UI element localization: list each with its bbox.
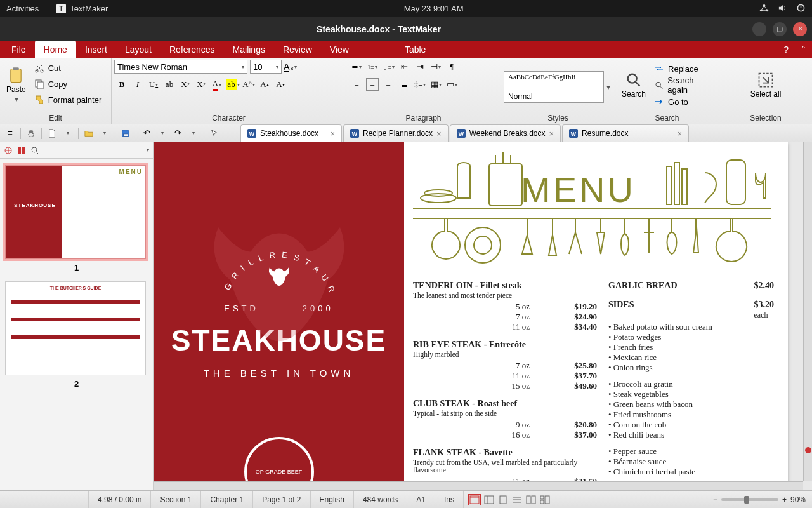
qat-new[interactable] bbox=[46, 127, 58, 140]
grow-font-button[interactable]: A▴ bbox=[259, 79, 270, 90]
zoom-slider[interactable] bbox=[721, 498, 778, 501]
tab-review[interactable]: Review bbox=[274, 41, 321, 58]
number-list-button[interactable]: 1≡▾ bbox=[367, 61, 378, 72]
sp-mode-a[interactable] bbox=[4, 146, 13, 155]
zoom-level[interactable]: 90% bbox=[790, 495, 806, 504]
zoom-in-button[interactable]: + bbox=[782, 495, 787, 504]
qat-cursor-mode[interactable] bbox=[208, 127, 221, 140]
status-language[interactable]: English bbox=[311, 491, 354, 508]
tab-layout[interactable]: Layout bbox=[116, 41, 160, 58]
qat-undo[interactable]: ↶ bbox=[140, 127, 153, 140]
status-section[interactable]: Section 1 bbox=[151, 491, 201, 508]
bullet-list-button[interactable]: ≣▾ bbox=[351, 61, 362, 72]
tab-view[interactable]: View bbox=[321, 41, 358, 58]
font-color-button[interactable]: A▾ bbox=[211, 79, 223, 90]
sound-icon[interactable] bbox=[778, 3, 787, 15]
status-insert-mode[interactable]: Ins bbox=[435, 491, 464, 508]
close-tab-icon[interactable]: × bbox=[330, 129, 335, 138]
tab-home[interactable]: Home bbox=[35, 41, 76, 58]
align-right-button[interactable]: ≡ bbox=[383, 79, 394, 90]
align-left-button[interactable]: ≡ bbox=[351, 79, 362, 90]
qat-redo[interactable]: ↷ bbox=[171, 127, 184, 140]
font-family-select[interactable]: Times New Roman▾ bbox=[114, 60, 247, 74]
show-marks-button[interactable]: ¶ bbox=[446, 61, 457, 72]
tabs-button[interactable]: ⊣▾ bbox=[430, 61, 442, 72]
view-master-button[interactable] bbox=[484, 495, 494, 504]
close-tab-icon[interactable]: × bbox=[436, 129, 442, 138]
qat-undo-dropdown[interactable]: ▾ bbox=[156, 127, 169, 140]
decrease-indent-button[interactable]: ⇤ bbox=[398, 61, 410, 72]
power-icon[interactable] bbox=[796, 3, 806, 15]
line-spacing-button[interactable]: ‡≡▾ bbox=[414, 79, 426, 90]
view-outline-button[interactable] bbox=[512, 495, 522, 504]
shrink-font-button[interactable]: A▾ bbox=[275, 79, 286, 90]
tab-references[interactable]: References bbox=[160, 41, 224, 58]
network-icon[interactable] bbox=[759, 3, 769, 15]
close-tab-icon[interactable]: × bbox=[678, 129, 683, 138]
sp-search[interactable] bbox=[30, 146, 39, 155]
status-position[interactable]: 4.98 / 0.00 in bbox=[89, 491, 151, 508]
doctab-steakhouse[interactable]: W Steakhouse.docx× bbox=[240, 124, 342, 142]
copy-button[interactable]: Copy bbox=[32, 77, 105, 91]
align-center-button[interactable]: ≡ bbox=[367, 79, 378, 90]
qat-sidebar-toggle[interactable]: ≡ bbox=[4, 127, 16, 140]
thumbnail-page-1[interactable]: MENU STEAKHOUSE bbox=[5, 165, 146, 259]
font-size-select[interactable]: 10▾ bbox=[250, 60, 282, 74]
sp-mode-b[interactable] bbox=[16, 145, 27, 156]
close-button[interactable]: ✕ bbox=[793, 22, 807, 36]
style-gallery[interactable]: AaBbCcDdEeFfGgHhIi Normal bbox=[504, 71, 604, 103]
align-justify-button[interactable]: ≣ bbox=[398, 79, 410, 90]
change-case-button[interactable]: Aᵃ▾ bbox=[243, 79, 254, 90]
borders-button[interactable]: ▭▾ bbox=[446, 79, 457, 90]
qat-open[interactable] bbox=[82, 127, 95, 140]
view-thumbnails-button[interactable] bbox=[540, 495, 550, 504]
status-page[interactable]: Page 1 of 2 bbox=[253, 491, 310, 508]
collapse-ribbon-button[interactable]: ˄ bbox=[795, 41, 812, 58]
doctab-resume[interactable]: W Resume.docx× bbox=[562, 124, 689, 142]
qat-save[interactable] bbox=[119, 127, 132, 140]
shading-button[interactable]: ▦▾ bbox=[430, 79, 442, 90]
minimize-button[interactable]: — bbox=[752, 22, 766, 36]
cut-button[interactable]: Cut bbox=[32, 61, 105, 75]
status-wordcount[interactable]: 484 words bbox=[354, 491, 407, 508]
increase-indent-button[interactable]: ⇥ bbox=[414, 61, 426, 72]
view-continuous-button[interactable] bbox=[498, 495, 508, 504]
horizontal-scrollbar[interactable] bbox=[154, 481, 803, 490]
replace-button[interactable]: Replace bbox=[652, 62, 716, 76]
activities-button[interactable]: Activities bbox=[6, 4, 39, 13]
qat-hand-tool[interactable] bbox=[25, 127, 37, 140]
app-menu[interactable]: T TextMaker bbox=[56, 4, 108, 13]
clear-formatting-button[interactable]: A̲ₓ▾ bbox=[284, 61, 296, 72]
superscript-button[interactable]: X2 bbox=[195, 79, 207, 90]
view-object-button[interactable] bbox=[526, 495, 536, 504]
format-painter-button[interactable]: Format painter bbox=[32, 93, 105, 107]
tab-table[interactable]: Table bbox=[396, 41, 435, 58]
highlight-button[interactable]: ab▾ bbox=[227, 79, 239, 90]
document-canvas[interactable]: G R I L L R E S T A U R A N T ESTD 2000 … bbox=[154, 142, 812, 490]
italic-button[interactable]: I bbox=[132, 79, 143, 90]
tab-file[interactable]: File bbox=[3, 41, 35, 58]
qat-redo-dropdown[interactable]: ▾ bbox=[187, 127, 200, 140]
status-chapter[interactable]: Chapter 1 bbox=[201, 491, 253, 508]
bold-button[interactable]: B bbox=[116, 79, 128, 90]
status-cell[interactable]: A1 bbox=[407, 491, 435, 508]
qat-new-dropdown[interactable]: ▾ bbox=[62, 127, 74, 140]
select-all-button[interactable]: Select all bbox=[747, 60, 785, 110]
thumbnail-page-2[interactable]: THE BUTCHER'S GUIDE bbox=[5, 281, 146, 375]
paste-button[interactable]: Paste▾ bbox=[3, 60, 30, 110]
maximize-button[interactable]: ▢ bbox=[773, 22, 787, 36]
vertical-scrollbar[interactable] bbox=[803, 142, 812, 481]
view-normal-button[interactable] bbox=[469, 495, 480, 505]
underline-button[interactable]: U▾ bbox=[148, 79, 159, 90]
goto-button[interactable]: Go to bbox=[652, 95, 716, 109]
tab-insert[interactable]: Insert bbox=[76, 41, 116, 58]
tab-mailings[interactable]: Mailings bbox=[224, 41, 274, 58]
multilevel-list-button[interactable]: ⋮≡▾ bbox=[383, 61, 394, 72]
help-button[interactable]: ? bbox=[777, 41, 795, 58]
clock[interactable]: May 23 9:01 AM bbox=[108, 4, 759, 13]
styles-expand-button[interactable]: ▾ bbox=[606, 83, 610, 91]
qat-open-dropdown[interactable]: ▾ bbox=[98, 127, 111, 140]
zoom-out-button[interactable]: − bbox=[713, 495, 717, 504]
subscript-button[interactable]: X2 bbox=[180, 79, 191, 90]
sp-options[interactable]: ▾ bbox=[147, 147, 149, 153]
